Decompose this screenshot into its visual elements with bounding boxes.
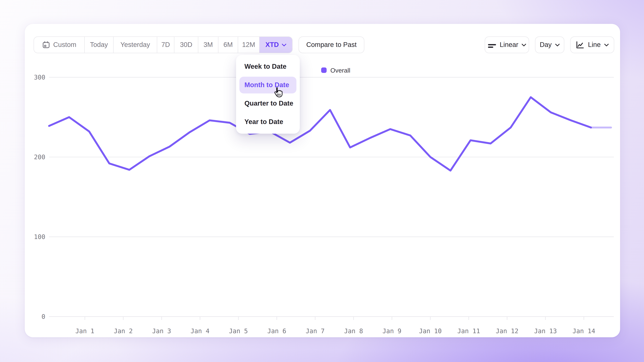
menu-item-label: Week to Date xyxy=(244,63,286,70)
range-button-label: 30D xyxy=(180,41,192,49)
x-axis-label: Jan 5 xyxy=(229,327,248,335)
legend-swatch-overall xyxy=(321,67,327,73)
chevron-down-icon xyxy=(555,43,560,46)
range-button-label: 12M xyxy=(242,41,255,49)
x-axis-label: Jan 9 xyxy=(382,327,402,335)
scale-select-button[interactable]: Linear xyxy=(485,36,529,53)
range-button-6m[interactable]: 6M xyxy=(218,37,238,53)
y-axis-label-0: 0 xyxy=(42,313,45,320)
chevron-down-icon xyxy=(522,43,526,46)
x-axis-label: Jan 7 xyxy=(306,327,325,335)
chart-options-cluster: Linear Day Line xyxy=(485,36,614,53)
menu-item-label: Year to Date xyxy=(244,118,283,126)
menu-item-year-to-date[interactable]: Year to Date xyxy=(240,114,296,130)
range-button-today[interactable]: Today xyxy=(85,37,114,53)
x-axis-label: Jan 2 xyxy=(114,327,133,335)
x-axis-label: Jan 11 xyxy=(457,327,480,335)
range-button-7d[interactable]: 7D xyxy=(157,37,174,53)
chevron-down-icon xyxy=(604,43,609,46)
y-axis-label-100: 100 xyxy=(34,233,45,241)
range-button-label: 7D xyxy=(161,41,170,49)
chart-card: 0100200300Jan 1Jan 2Jan 3Jan 4Jan 5Jan 6… xyxy=(25,24,620,337)
chart-type-select-button[interactable]: Line xyxy=(570,36,614,53)
range-button-yesterday[interactable]: Yesterday xyxy=(114,37,157,53)
y-axis-label-300: 300 xyxy=(34,73,45,81)
granularity-select-label: Day xyxy=(540,41,552,49)
range-button-label: 3M xyxy=(204,41,213,49)
x-axis-label: Jan 6 xyxy=(267,327,286,335)
range-button-custom[interactable]: Custom xyxy=(34,37,85,53)
menu-item-month-to-date[interactable]: Month to Date xyxy=(240,77,296,93)
scale-select-label: Linear xyxy=(500,41,518,49)
hand-cursor-icon xyxy=(273,87,283,99)
legend: Overall xyxy=(321,67,350,74)
chart-type-select-label: Line xyxy=(588,41,601,49)
range-button-label: Custom xyxy=(53,41,76,49)
range-button-12m[interactable]: 12M xyxy=(238,37,260,53)
x-axis-label: Jan 4 xyxy=(190,327,210,335)
range-button-xtd[interactable]: XTD xyxy=(260,37,292,53)
chevron-down-icon xyxy=(282,43,286,46)
menu-item-label: Quarter to Date xyxy=(244,100,293,107)
compare-to-past-button[interactable]: Compare to Past xyxy=(298,36,364,53)
page: 0100200300Jan 1Jan 2Jan 3Jan 4Jan 5Jan 6… xyxy=(0,0,644,362)
calendar-icon xyxy=(42,41,50,49)
range-button-label: Today xyxy=(90,41,108,49)
range-button-label: XTD xyxy=(266,41,279,49)
granularity-select-button[interactable]: Day xyxy=(535,36,564,53)
date-range-segmented-control: Custom Today Yesterday 7D 30D 3M 6M 12M … xyxy=(34,36,293,53)
x-axis-label: Jan 10 xyxy=(419,327,442,335)
x-axis-label: Jan 12 xyxy=(496,327,518,335)
menu-item-quarter-to-date[interactable]: Quarter to Date xyxy=(240,95,296,112)
legend-label: Overall xyxy=(330,67,350,74)
series-line-overall xyxy=(49,97,591,171)
x-axis-label: Jan 13 xyxy=(534,327,557,335)
x-axis-label: Jan 8 xyxy=(344,327,363,335)
x-axis-label: Jan 1 xyxy=(76,327,94,335)
compare-to-past-label: Compare to Past xyxy=(306,41,356,49)
range-button-label: Yesterday xyxy=(120,41,150,49)
x-axis-label: Jan 3 xyxy=(152,327,171,335)
range-button-label: 6M xyxy=(224,41,233,49)
range-button-30d[interactable]: 30D xyxy=(174,37,198,53)
toolbar: Custom Today Yesterday 7D 30D 3M 6M 12M … xyxy=(34,36,614,53)
linear-scale-icon xyxy=(488,40,496,49)
y-axis-label-200: 200 xyxy=(34,153,45,161)
xtd-dropdown-menu: Week to Date Month to Date Quarter to Da… xyxy=(236,55,300,134)
line-chart-icon xyxy=(576,40,585,49)
menu-item-week-to-date[interactable]: Week to Date xyxy=(240,58,296,75)
range-button-3m[interactable]: 3M xyxy=(198,37,218,53)
x-axis-label: Jan 14 xyxy=(572,327,595,335)
